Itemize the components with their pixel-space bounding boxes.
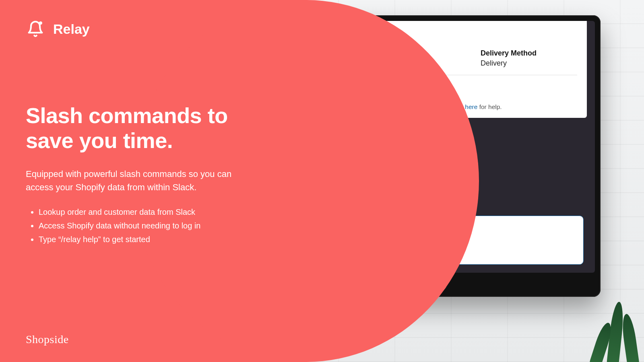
bullet-item: Access Shopify data without needing to l…	[39, 219, 282, 232]
bullet-item: Type “/relay help” to get started	[39, 232, 282, 246]
brand-name: Relay	[53, 21, 90, 37]
hero-headline: Slash commands to save you time.	[26, 103, 251, 153]
hero-bullets: Lookup order and customer data from Slac…	[26, 205, 282, 246]
company-wordmark: Shopside	[26, 333, 69, 346]
footnote-text: for help.	[477, 103, 502, 110]
bullet-item: Lookup order and customer data from Slac…	[39, 205, 282, 219]
brand-lockup: Relay	[26, 19, 282, 39]
delivery-method-label: Delivery Method	[481, 49, 577, 58]
hero-panel: Relay Slash commands to save you time. E…	[0, 0, 306, 362]
svg-point-0	[39, 21, 42, 25]
relay-bell-icon	[26, 19, 45, 39]
help-link[interactable]: here	[465, 103, 477, 110]
delivery-method-value: Delivery	[481, 59, 577, 68]
hero-subhead: Equipped with powerful slash commands so…	[26, 167, 243, 194]
